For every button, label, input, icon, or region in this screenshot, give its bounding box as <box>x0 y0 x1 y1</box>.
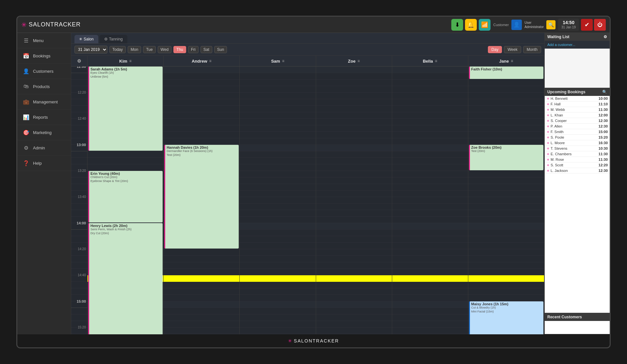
notification-button[interactable]: 🔔 <box>465 19 477 31</box>
booking-row[interactable]: ✳ S. Scott 12:20 <box>545 162 610 168</box>
calendar-cell[interactable] <box>240 197 315 204</box>
calendar-cell[interactable] <box>392 106 468 112</box>
calendar-cell[interactable] <box>164 132 239 138</box>
calendar-cell[interactable] <box>240 243 315 249</box>
calendar-cell[interactable] <box>468 210 544 217</box>
calendar-cell[interactable] <box>316 125 392 132</box>
appointment-block[interactable]: Maisy Jones (1h 15m)Cut & Blowdry (1h)Mi… <box>469 301 543 334</box>
mon-button[interactable]: Mon <box>128 46 141 53</box>
calendar-cell[interactable] <box>392 184 468 190</box>
calendar-cell[interactable] <box>240 262 315 269</box>
calendar-cell[interactable] <box>164 295 239 301</box>
calendar-cell[interactable] <box>164 301 239 308</box>
calendar-cell[interactable] <box>468 197 544 204</box>
month-view-button[interactable]: Month <box>523 46 541 53</box>
col-andrew[interactable]: Hannah Davies (1h 20m)Dermaroller Face (… <box>164 67 240 334</box>
calendar-cell[interactable] <box>164 327 239 334</box>
calendar-cell[interactable] <box>468 184 544 190</box>
calendar-cell[interactable] <box>392 145 468 151</box>
booking-row[interactable]: ✳ M. Webb 11:30 <box>545 107 610 113</box>
calendar-cell[interactable] <box>240 171 315 177</box>
wifi-button[interactable]: 📶 <box>479 19 490 31</box>
col-bella[interactable] <box>392 67 468 334</box>
calendar-cell[interactable] <box>392 93 468 99</box>
calendar-cell[interactable] <box>392 295 468 301</box>
calendar-cell[interactable] <box>240 73 315 80</box>
upcoming-bookings-list[interactable]: ✳ H. Bennett 10:00 ✳ F. Hall 11:10 ✳ M. … <box>545 96 610 313</box>
sam-menu-icon[interactable]: ≡ <box>282 59 284 63</box>
calendar-cell[interactable] <box>164 86 239 93</box>
calendar-cell[interactable] <box>240 321 315 327</box>
tab-salon[interactable]: ✳ Salon <box>74 35 98 43</box>
calendar-cell[interactable] <box>468 112 544 119</box>
sidebar-item-bookings[interactable]: 📅 Bookings <box>17 48 71 64</box>
calendar-cell[interactable] <box>316 243 392 249</box>
appointment-block[interactable]: Zoe Brooks (20m)Test (20m) <box>469 145 543 170</box>
col-sam[interactable] <box>240 67 316 334</box>
calendar-cell[interactable] <box>240 327 315 334</box>
calendar-cell[interactable] <box>88 151 163 158</box>
booking-row[interactable]: ✳ L. Moore 16:30 <box>545 140 610 146</box>
calendar-cell[interactable] <box>316 327 392 334</box>
calendar-cell[interactable] <box>392 210 468 217</box>
calendar-cell[interactable] <box>316 73 392 80</box>
calendar-cell[interactable] <box>240 158 315 164</box>
calendar-cell[interactable] <box>468 171 544 177</box>
calendar-cell[interactable] <box>392 282 468 288</box>
calendar-cell[interactable] <box>392 112 468 119</box>
calendar-cell[interactable] <box>240 334 315 334</box>
calendar-cell[interactable] <box>316 67 392 73</box>
calendar-cell[interactable] <box>164 73 239 80</box>
calendar-cell[interactable] <box>392 158 468 164</box>
calendar-cell[interactable] <box>164 308 239 314</box>
calendar-cell[interactable] <box>468 132 544 138</box>
calendar-cell[interactable] <box>392 301 468 308</box>
calendar-cell[interactable] <box>468 230 544 236</box>
calendar-cell[interactable] <box>468 295 544 301</box>
calendar-cell[interactable] <box>240 282 315 288</box>
calendar-cell[interactable] <box>316 249 392 256</box>
user-avatar-icon[interactable]: 👤 <box>511 20 522 30</box>
appointment-block[interactable]: Sarah Adams (1h 5m)Eyes Clearlift (1h)Un… <box>88 67 163 151</box>
calendar-cell[interactable] <box>392 269 468 275</box>
kim-menu-icon[interactable]: ≡ <box>129 59 132 63</box>
calendar-cell[interactable] <box>316 138 392 145</box>
calendar-cell[interactable] <box>316 262 392 269</box>
settings-icon[interactable]: ⚙ <box>77 58 81 64</box>
calendar-cell[interactable] <box>316 164 392 171</box>
calendar-cell[interactable] <box>164 125 239 132</box>
calendar-cell[interactable] <box>392 125 468 132</box>
calendar-cell[interactable] <box>392 80 468 86</box>
calendar-cell[interactable] <box>316 282 392 288</box>
sidebar-item-customers[interactable]: 👤 Customers <box>17 64 71 79</box>
tue-button[interactable]: Tue <box>143 46 155 53</box>
calendar-cell[interactable] <box>468 288 544 295</box>
calendar-cell[interactable] <box>392 217 468 223</box>
sidebar-item-admin[interactable]: ⚙ Admin <box>17 140 71 156</box>
calendar-cell[interactable] <box>164 249 239 256</box>
calendar-cell[interactable] <box>316 204 392 210</box>
calendar-cell[interactable] <box>316 308 392 314</box>
calendar-cell[interactable] <box>316 321 392 327</box>
calendar-cell[interactable] <box>164 262 239 269</box>
check-button[interactable]: ✔ <box>581 19 593 31</box>
calendar-cell[interactable] <box>240 67 315 73</box>
booking-row[interactable]: ✳ S. Poole 15:20 <box>545 135 610 140</box>
calendar-cell[interactable] <box>240 314 315 321</box>
calendar-cell[interactable] <box>240 295 315 301</box>
calendar-cell[interactable] <box>392 86 468 93</box>
sidebar-item-reports[interactable]: 📊 Reports <box>17 110 71 125</box>
calendar-cell[interactable] <box>468 243 544 249</box>
calendar-cell[interactable] <box>164 334 239 334</box>
calendar-cell[interactable] <box>240 112 315 119</box>
calendar-cell[interactable] <box>164 321 239 327</box>
calendar-cell[interactable] <box>316 295 392 301</box>
calendar-cell[interactable] <box>392 223 468 230</box>
calendar-cell[interactable] <box>240 80 315 86</box>
calendar-cell[interactable] <box>88 158 163 164</box>
power-button[interactable]: ⏻ <box>594 19 606 31</box>
booking-row[interactable]: ✳ L. Jackson 12:30 <box>545 168 610 174</box>
calendar-cell[interactable] <box>468 236 544 243</box>
calendar-cell[interactable] <box>240 308 315 314</box>
calendar-cell[interactable] <box>240 249 315 256</box>
